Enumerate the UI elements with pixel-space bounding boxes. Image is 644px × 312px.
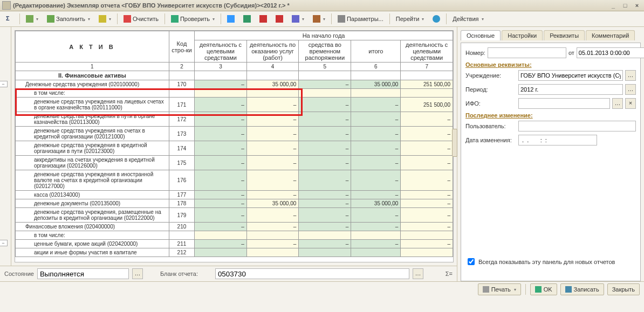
nav6-button[interactable] — [309, 12, 329, 25]
params-button[interactable]: Параметры... — [334, 12, 387, 25]
ok-button[interactable]: OK — [530, 283, 557, 295]
always-show-checkbox[interactable] — [468, 258, 475, 265]
report-table: А К Т И ВКод стро-киНа начало годадеятел… — [15, 31, 453, 257]
toolbar: Заполнить Очистить Проверить Параметры..… — [0, 11, 644, 27]
blank-input[interactable] — [215, 268, 409, 279]
nav1-button[interactable] — [223, 12, 238, 25]
org-input[interactable] — [518, 70, 623, 81]
close-button[interactable]: × — [632, 2, 642, 9]
table-row[interactable]: акции и иные формы участия в капитале212 — [16, 248, 453, 257]
actions-label: Действия — [453, 16, 478, 22]
ifo-label: ИФО: — [465, 100, 516, 107]
table-row[interactable]: денежные средства учреждения на лицевых … — [16, 98, 453, 112]
side-tabs: Основные Настройки Реквизиты Комментарий — [461, 30, 641, 40]
table-row[interactable]: денежные документы (020135000)178–35 000… — [16, 199, 453, 208]
window-title: (Редактирование) Экземпляр отчета <ГОБУ … — [13, 2, 290, 9]
bottom-bar: Печать OK Записать Закрыть — [0, 281, 644, 297]
chdate-input[interactable] — [518, 135, 597, 145]
section-last-change: Последнее изменение: — [465, 112, 636, 119]
org-select-button[interactable]: … — [625, 70, 636, 81]
period-label: Период: — [465, 86, 516, 93]
grid-wrap[interactable]: А К Т И ВКод стро-киНа начало годадеятел… — [15, 30, 454, 262]
params-label: Параметры... — [347, 16, 383, 22]
table-row: в том числе: — [16, 89, 453, 98]
state-select-button[interactable]: … — [132, 268, 143, 279]
save-button[interactable]: Записать — [560, 283, 604, 295]
tab-comment[interactable]: Комментарий — [586, 30, 635, 40]
number-input[interactable] — [488, 47, 566, 58]
table-row[interactable]: денежные средства учреждения, размещенны… — [16, 208, 453, 223]
always-show-label: Всегда показывать эту панель для новых о… — [478, 259, 615, 265]
table-row[interactable]: Денежные средства учреждения (020100000)… — [16, 80, 453, 89]
user-input[interactable] — [518, 121, 636, 131]
clear-button[interactable]: Очистить — [120, 12, 162, 25]
nav3-button[interactable] — [256, 12, 271, 25]
period-select-button[interactable]: … — [625, 84, 636, 95]
ifo-select-button[interactable]: … — [612, 98, 623, 109]
table-row[interactable]: аккредитивы на счетах учреждения в креди… — [16, 156, 453, 170]
org-label: Учреждение: — [465, 72, 516, 79]
state-input[interactable] — [37, 268, 129, 279]
table-row[interactable]: денежные средства учреждения в пути в ор… — [16, 112, 453, 127]
maximize-button[interactable]: □ — [620, 2, 630, 9]
goto-button[interactable]: Перейти — [392, 12, 428, 25]
ok-label: OK — [544, 286, 552, 293]
side-panel: Основные Настройки Реквизиты Комментарий… — [457, 27, 644, 281]
minimize-button[interactable]: _ — [608, 2, 618, 9]
tab-props[interactable]: Реквизиты — [544, 30, 585, 40]
section-main-props: Основные реквизиты: — [465, 61, 636, 68]
close-bottom-button[interactable]: Закрыть — [607, 283, 640, 295]
pencil-button[interactable] — [95, 12, 115, 25]
period-input[interactable] — [518, 84, 623, 95]
tree-collapse-2[interactable]: − — [0, 240, 8, 246]
blank-label: Бланк отчета: — [160, 271, 198, 277]
print-button[interactable]: Печать — [478, 283, 521, 295]
close-bottom-label: Закрыть — [612, 286, 635, 293]
ifo-clear-button[interactable]: × — [625, 98, 636, 109]
app-icon — [2, 1, 11, 10]
sigma-label: Σ= — [446, 271, 453, 277]
sigma-button[interactable] — [2, 12, 17, 25]
tab-main[interactable]: Основные — [461, 30, 501, 40]
table-row: в том числе: — [16, 231, 453, 240]
user-label: Пользователь: — [465, 123, 516, 129]
number-label: Номер: — [465, 50, 485, 56]
fill-label: Заполнить — [56, 16, 85, 22]
template-button[interactable] — [22, 12, 42, 25]
actions-button[interactable]: Действия — [449, 12, 487, 25]
check-button[interactable]: Проверить — [167, 12, 218, 25]
table-row[interactable]: касса (020134000)177––––– — [16, 191, 453, 199]
table-row[interactable]: денежные средства учреждения на счетах в… — [16, 127, 453, 141]
chdate-label: Дата изменения: — [465, 137, 516, 143]
tab-body: Номер: от Основные реквизиты: Учреждение… — [461, 43, 641, 281]
table-row[interactable]: денежные средства учреждения в кредитной… — [16, 141, 453, 156]
pane-splitter[interactable] — [452, 129, 457, 157]
status-row: Состояние … Бланк отчета: … Σ= — [0, 266, 457, 281]
nav2-button[interactable] — [239, 12, 255, 25]
tree-gutter: − − — [0, 27, 11, 266]
fill-button[interactable]: Заполнить — [43, 12, 94, 25]
help-button[interactable] — [429, 12, 444, 25]
table-row[interactable]: Финансовые вложения (020400000)210––––– — [16, 223, 453, 231]
table-row[interactable]: денежные средства учреждения в иностранн… — [16, 170, 453, 191]
window-titlebar: (Редактирование) Экземпляр отчета <ГОБУ … — [0, 0, 644, 11]
nav5-button[interactable] — [288, 12, 308, 25]
ifo-input[interactable] — [518, 98, 610, 109]
report-pane: − − А К Т И ВКод стро-киНа начало годаде… — [0, 27, 457, 281]
clear-label: Очистить — [133, 16, 159, 22]
nav4-button[interactable] — [272, 12, 287, 25]
print-label: Печать — [491, 286, 511, 293]
blank-select-button[interactable]: … — [413, 268, 423, 279]
table-row[interactable]: ценные бумаги, кроме акций (020420000)21… — [16, 240, 453, 248]
date-input[interactable] — [577, 47, 644, 58]
tab-settings[interactable]: Настройки — [502, 30, 543, 40]
goto-label: Перейти — [396, 16, 420, 22]
state-label: Состояние — [4, 271, 34, 277]
from-label: от — [568, 50, 574, 56]
check-label: Проверить — [180, 16, 210, 22]
save-label: Записать — [574, 286, 599, 293]
tree-collapse-1[interactable]: − — [0, 81, 8, 87]
